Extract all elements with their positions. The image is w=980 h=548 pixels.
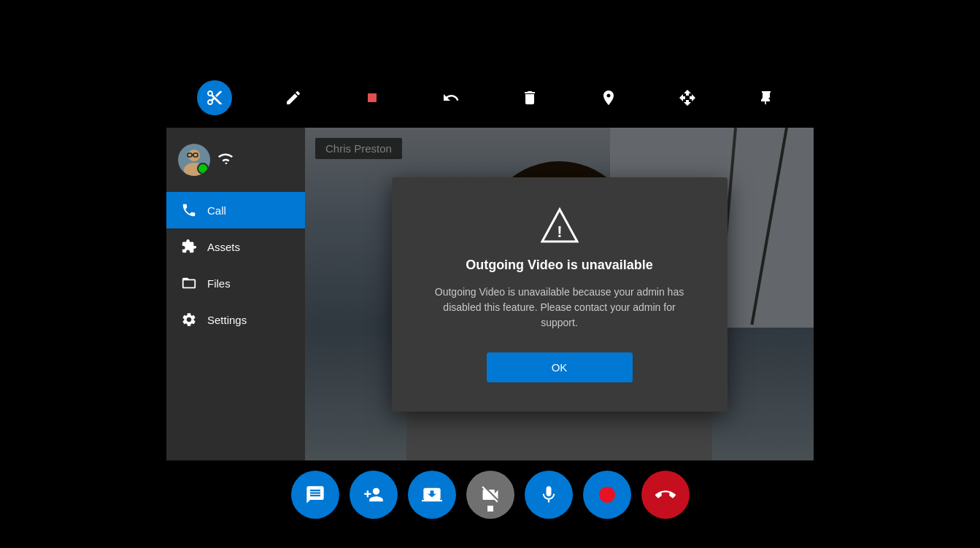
call-icon — [181, 202, 197, 218]
files-label: Files — [207, 277, 231, 290]
assets-label: Assets — [207, 241, 240, 253]
video-area: Chris Preston ! Outgoing Video is unavai… — [305, 128, 814, 460]
sidebar: Call Assets Files Settings — [166, 128, 305, 460]
chat-button[interactable] — [291, 471, 339, 519]
chat-icon — [305, 485, 325, 505]
add-person-icon — [363, 485, 384, 505]
pen-icon — [285, 89, 302, 107]
pen-tool-button[interactable] — [276, 80, 311, 115]
scissors-icon — [206, 89, 223, 107]
avatar-image — [178, 144, 210, 176]
top-toolbar — [197, 80, 784, 115]
pin-icon — [757, 89, 775, 107]
user-avatar-area — [166, 135, 305, 185]
add-person-button[interactable] — [350, 471, 398, 519]
sidebar-item-assets[interactable]: Assets — [166, 228, 305, 265]
end-call-button[interactable] — [641, 471, 690, 519]
target-button[interactable] — [591, 80, 626, 115]
settings-label: Settings — [207, 314, 247, 326]
screen-share-button[interactable] — [408, 471, 456, 519]
trash-icon — [521, 89, 539, 107]
stop-icon — [363, 89, 381, 107]
microphone-icon — [539, 485, 559, 505]
modal-description: Outgoing Video is unavailable because yo… — [428, 285, 691, 331]
main-area: Call Assets Files Settings — [166, 128, 814, 460]
svg-text:!: ! — [557, 223, 562, 241]
assets-icon — [181, 239, 197, 255]
modal-dialog: ! Outgoing Video is unavailable Outgoing… — [392, 177, 728, 412]
undo-icon — [442, 89, 460, 107]
modal-title: Outgoing Video is unavailable — [428, 258, 691, 273]
sidebar-item-call[interactable]: Call — [166, 192, 305, 228]
microphone-button[interactable] — [525, 471, 573, 519]
target-icon — [600, 89, 617, 107]
scissors-tool-button[interactable] — [197, 80, 232, 115]
delete-button[interactable] — [512, 80, 547, 115]
stop-button[interactable] — [355, 80, 390, 115]
files-icon — [181, 275, 197, 291]
undo-button[interactable] — [433, 80, 468, 115]
settings-icon — [181, 312, 197, 328]
call-label: Call — [207, 204, 226, 217]
record-dot-icon — [599, 487, 615, 503]
move-button[interactable] — [670, 80, 705, 115]
record-button[interactable] — [583, 471, 631, 519]
avatar-svg — [178, 144, 210, 176]
video-toggle-button[interactable] — [466, 471, 514, 519]
warning-icon-container: ! — [428, 207, 691, 244]
screen-share-icon — [422, 485, 442, 505]
sidebar-item-files[interactable]: Files — [166, 265, 305, 301]
avatar — [178, 144, 210, 176]
sidebar-item-settings[interactable]: Settings — [166, 301, 305, 338]
modal-ok-button[interactable]: OK — [487, 352, 633, 382]
video-indicator-dot — [487, 506, 493, 512]
video-off-icon — [480, 485, 501, 505]
svg-rect-0 — [368, 93, 377, 102]
move-icon — [679, 89, 696, 107]
connection-icon — [217, 150, 234, 170]
pin-button[interactable] — [749, 80, 784, 115]
end-call-icon — [655, 485, 676, 505]
call-controls — [291, 471, 690, 519]
warning-triangle-icon: ! — [541, 207, 579, 244]
modal-overlay: ! Outgoing Video is unavailable Outgoing… — [305, 128, 814, 460]
